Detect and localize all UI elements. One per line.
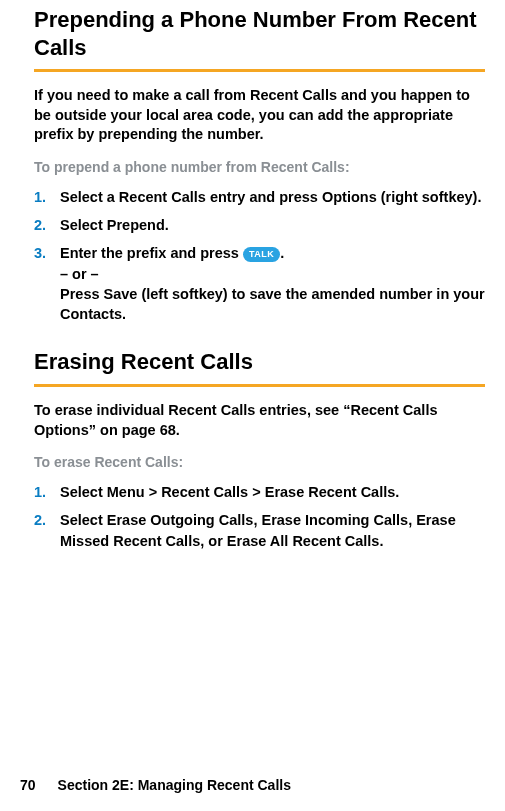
step-text: ,: [408, 512, 416, 528]
step-2: 2. Select Prepend.: [60, 215, 485, 235]
step-1: 1. Select Menu > Recent Calls > Erase Re…: [60, 482, 485, 502]
step-or: – or –: [60, 266, 99, 282]
page-number: 70: [20, 777, 36, 793]
heading-prepend: Prepending a Phone Number From Recent Ca…: [34, 6, 485, 61]
heading-rule: [34, 69, 485, 72]
intro-erase: To erase individual Recent Calls entries…: [34, 401, 485, 440]
step-text: , or: [200, 533, 227, 549]
step-text: Press: [60, 286, 104, 302]
step-1: 1. Select a Recent Calls entry and press…: [60, 187, 485, 207]
step-text: Enter the prefix and press: [60, 245, 243, 261]
step-number: 1.: [34, 482, 46, 502]
step-bold: Erase All Recent Calls: [227, 533, 380, 549]
step-text: Select: [60, 512, 107, 528]
step-text: .: [379, 533, 383, 549]
page-footer: 70 Section 2E: Managing Recent Calls: [0, 777, 291, 793]
step-text: (right softkey).: [377, 189, 482, 205]
intro-prepend: If you need to make a call from Recent C…: [34, 86, 485, 145]
step-bold: Recent Calls: [161, 484, 248, 500]
step-number: 2.: [34, 215, 46, 235]
step-bold: Save: [104, 286, 138, 302]
step-2: 2. Select Erase Outgoing Calls, Erase In…: [60, 510, 485, 551]
step-number: 1.: [34, 187, 46, 207]
step-3: 3. Enter the prefix and press TALK. – or…: [60, 243, 485, 324]
step-text: .: [280, 245, 284, 261]
step-bold: Menu: [107, 484, 145, 500]
step-text: .: [165, 217, 169, 233]
step-bold: Erase Incoming Calls: [261, 512, 408, 528]
talk-key-icon: TALK: [243, 247, 280, 262]
step-number: 2.: [34, 510, 46, 530]
step-bold: Erase Recent Calls: [265, 484, 396, 500]
step-text: .: [395, 484, 399, 500]
lead-erase: To erase Recent Calls:: [34, 454, 485, 470]
heading-erase: Erasing Recent Calls: [34, 348, 485, 376]
breadcrumb-sep: >: [248, 484, 265, 500]
step-number: 3.: [34, 243, 46, 263]
steps-prepend: 1. Select a Recent Calls entry and press…: [34, 187, 485, 325]
step-bold: Erase Outgoing Calls: [107, 512, 254, 528]
step-text: Select a Recent Calls entry and press: [60, 189, 322, 205]
breadcrumb-sep: >: [145, 484, 162, 500]
heading-rule: [34, 384, 485, 387]
lead-prepend: To prepend a phone number from Recent Ca…: [34, 159, 485, 175]
step-bold: Prepend: [107, 217, 165, 233]
section-label: Section 2E: Managing Recent Calls: [58, 777, 291, 793]
steps-erase: 1. Select Menu > Recent Calls > Erase Re…: [34, 482, 485, 551]
step-text: Select: [60, 217, 107, 233]
step-bold: Options: [322, 189, 377, 205]
step-text: Select: [60, 484, 107, 500]
